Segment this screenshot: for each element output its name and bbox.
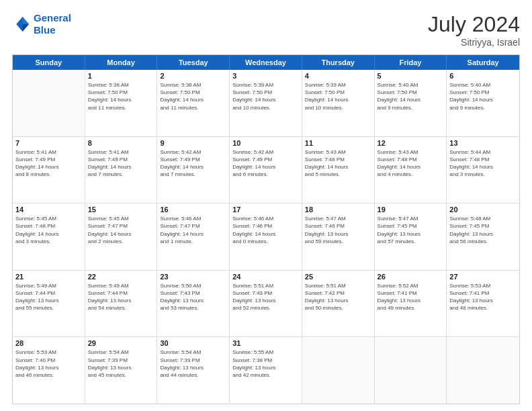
cell-info-line: and 49 minutes. [378,304,444,312]
day-number: 25 [305,273,371,281]
cell-info-line: Sunrise: 5:39 AM [232,81,299,89]
cell-info-line: Sunset: 7:40 PM [15,357,82,364]
calendar-day-9: 9Sunrise: 5:42 AMSunset: 7:49 PMDaylight… [157,137,230,203]
day-number: 10 [232,139,299,147]
day-number: 31 [232,339,299,347]
cell-info-line: and 7 minutes. [88,171,154,178]
day-header-thursday: Thursday [302,55,375,70]
logo-line2: Blue [34,24,56,36]
day-number: 23 [160,273,226,281]
cell-info-line: Daylight: 13 hours [232,297,299,304]
cell-info-line: Sunrise: 5:42 AM [160,148,226,156]
cell-info-line: Sunset: 7:49 PM [160,156,226,163]
day-number: 8 [88,139,154,147]
cell-info-line: Sunset: 7:48 PM [449,156,517,163]
cell-info-line: Daylight: 14 hours [378,163,444,171]
calendar-day-17: 17Sunrise: 5:46 AMSunset: 7:46 PMDayligh… [230,203,302,270]
cell-info-line: Daylight: 14 hours [160,96,226,103]
cell-info-line: and 45 minutes. [88,371,154,379]
cell-info-line: Sunset: 7:48 PM [378,156,444,163]
cell-info-line: and 0 minutes. [232,238,299,245]
day-number: 2 [160,72,226,80]
calendar-week-2: 7Sunrise: 5:41 AMSunset: 7:49 PMDaylight… [13,137,519,204]
day-number: 27 [449,273,517,281]
calendar-day-22: 22Sunrise: 5:49 AMSunset: 7:44 PMDayligh… [85,271,158,337]
logo: General Blue [12,12,71,36]
cell-info-line: Sunset: 7:46 PM [232,222,299,230]
cell-info-line: Sunset: 7:50 PM [449,89,517,96]
cell-info-line: Sunset: 7:44 PM [15,289,82,297]
cell-info-line: Daylight: 14 hours [378,96,444,103]
cell-info-line: Daylight: 14 hours [160,163,226,171]
cell-info-line: Sunrise: 5:41 AM [15,148,82,156]
calendar-day-11: 11Sunrise: 5:43 AMSunset: 7:48 PMDayligh… [302,137,375,203]
cell-info-line: Sunset: 7:50 PM [160,89,226,96]
day-header-sunday: Sunday [13,55,85,70]
day-number: 11 [305,139,371,147]
day-number: 29 [88,339,154,347]
day-number: 6 [449,72,517,80]
cell-info-line: and 2 minutes. [88,238,154,245]
calendar-day-16: 16Sunrise: 5:46 AMSunset: 7:47 PMDayligh… [157,203,230,270]
cell-info-line: and 3 minutes. [449,171,517,178]
cell-info-line: and 3 minutes. [15,238,82,245]
cell-info-line: and 52 minutes. [232,304,299,312]
cell-info-line: Daylight: 14 hours [88,163,154,171]
cell-info-line: Daylight: 14 hours [305,96,371,103]
day-number: 28 [15,339,82,347]
cell-info-line: Sunrise: 5:45 AM [88,215,154,222]
header: General Blue July 2024 Sitriyya, Israel [12,12,520,48]
cell-info-line: Sunset: 7:50 PM [232,89,299,96]
cell-info-line: Sunrise: 5:45 AM [15,215,82,222]
cell-info-line: Sunset: 7:50 PM [88,89,154,96]
cell-info-line: Sunrise: 5:49 AM [15,282,82,289]
calendar-day-6: 6Sunrise: 5:40 AMSunset: 7:50 PMDaylight… [447,70,519,136]
calendar-day-23: 23Sunrise: 5:50 AMSunset: 7:43 PMDayligh… [157,271,230,337]
cell-info-line: Sunrise: 5:43 AM [305,148,371,156]
page: General Blue July 2024 Sitriyya, Israel … [0,0,532,411]
cell-info-line: Sunset: 7:39 PM [88,357,154,364]
calendar-day-15: 15Sunrise: 5:45 AMSunset: 7:47 PMDayligh… [85,203,158,270]
calendar-week-1: 1Sunrise: 5:38 AMSunset: 7:50 PMDaylight… [13,70,519,137]
location: Sitriyya, Israel [428,37,520,48]
calendar-day-18: 18Sunrise: 5:47 AMSunset: 7:46 PMDayligh… [302,203,375,270]
cell-info-line: Sunrise: 5:38 AM [88,81,154,89]
logo-icon [12,15,31,34]
cell-info-line: Daylight: 13 hours [378,230,444,238]
cell-info-line: Daylight: 13 hours [449,297,517,304]
calendar-day-8: 8Sunrise: 5:41 AMSunset: 7:49 PMDaylight… [85,137,158,203]
day-number: 3 [232,72,299,80]
cell-info-line: and 56 minutes. [449,238,517,245]
cell-info-line: Sunrise: 5:52 AM [378,282,444,289]
cell-info-line: Sunset: 7:49 PM [232,156,299,163]
cell-info-line: Sunrise: 5:40 AM [378,81,444,89]
cell-info-line: Sunset: 7:44 PM [88,289,154,297]
svg-marker-1 [23,17,29,24]
calendar-week-3: 14Sunrise: 5:45 AMSunset: 7:48 PMDayligh… [13,203,519,271]
day-number: 15 [88,205,154,214]
cell-info-line: and 9 minutes. [449,104,517,111]
cell-info-line: Sunset: 7:49 PM [15,156,82,163]
day-number: 21 [15,273,82,281]
cell-info-line: Sunset: 7:38 PM [232,357,299,364]
cell-info-line: Daylight: 14 hours [449,96,517,103]
calendar-day-14: 14Sunrise: 5:45 AMSunset: 7:48 PMDayligh… [13,203,85,270]
cell-info-line: and 6 minutes. [232,171,299,178]
cell-info-line: Sunset: 7:47 PM [88,222,154,230]
cell-info-line: Daylight: 13 hours [449,230,517,238]
cell-info-line: Sunrise: 5:48 AM [449,215,517,222]
calendar-week-5: 28Sunrise: 5:53 AMSunset: 7:40 PMDayligh… [13,337,519,404]
cell-info-line: Sunrise: 5:50 AM [160,282,226,289]
cell-info-line: and 4 minutes. [378,171,444,178]
cell-info-line: Sunrise: 5:47 AM [305,215,371,222]
day-number: 5 [378,72,444,80]
cell-info-line: Sunrise: 5:46 AM [232,215,299,222]
cell-info-line: Daylight: 13 hours [88,364,154,371]
calendar-day-19: 19Sunrise: 5:47 AMSunset: 7:45 PMDayligh… [375,203,447,270]
cell-info-line: Daylight: 14 hours [88,230,154,238]
cell-info-line: Sunset: 7:45 PM [378,222,444,230]
cell-info-line: Sunset: 7:47 PM [160,222,226,230]
cell-info-line: Sunset: 7:43 PM [232,289,299,297]
cell-info-line: Sunrise: 5:51 AM [232,282,299,289]
cell-info-line: and 59 minutes. [305,238,371,245]
